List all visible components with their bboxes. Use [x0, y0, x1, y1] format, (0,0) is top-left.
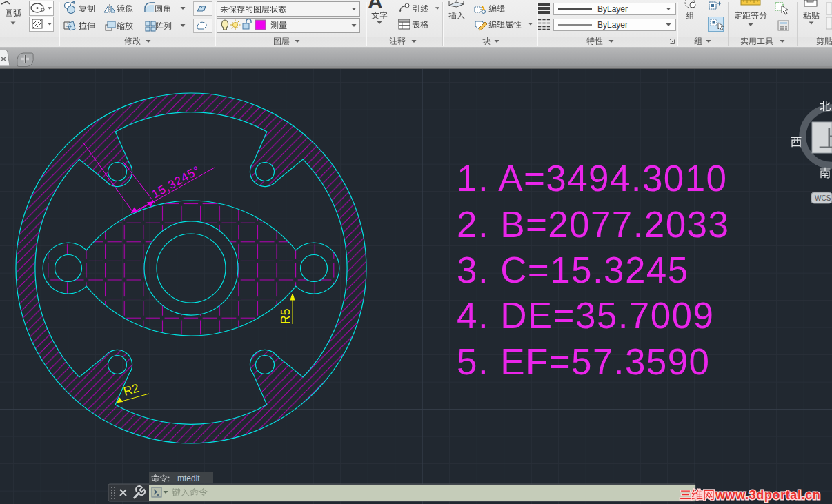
svg-text:WCS: WCS: [815, 194, 831, 202]
svg-text:5. EF=57.3590: 5. EF=57.3590: [457, 341, 710, 382]
svg-text:1. A=3494.3010: 1. A=3494.3010: [457, 158, 727, 199]
svg-text:2. B=2077.2033: 2. B=2077.2033: [457, 204, 729, 245]
svg-text:R5: R5: [279, 309, 293, 324]
svg-text:www.3dportal.cn: www.3dportal.cn: [715, 488, 820, 502]
svg-text:ByLayer: ByLayer: [597, 4, 628, 14]
svg-text:4. DE=35.7009: 4. DE=35.7009: [457, 295, 714, 336]
svg-text:A: A: [368, 0, 383, 12]
svg-text:_mtedit: _mtedit: [172, 474, 200, 483]
svg-text:ByLayer: ByLayer: [597, 20, 628, 30]
svg-text:3. C=15.3245: 3. C=15.3245: [457, 250, 689, 290]
